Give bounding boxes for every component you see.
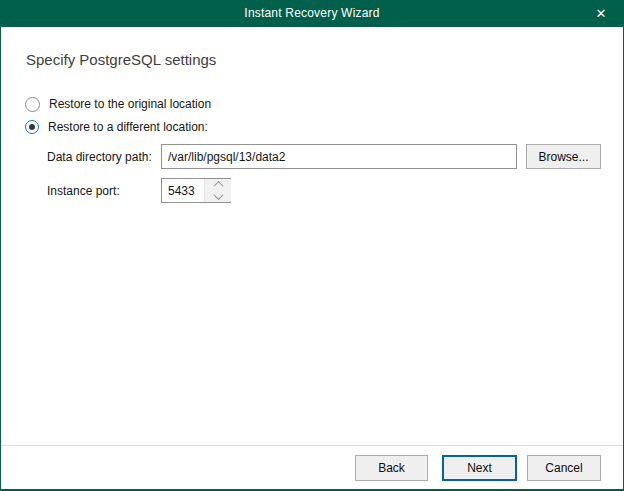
titlebar[interactable]: Instant Recovery Wizard ✕ (0, 0, 624, 27)
back-button[interactable]: Back (355, 455, 428, 481)
radio-option-original-location[interactable]: Restore to the original location (25, 96, 211, 112)
cancel-button[interactable]: Cancel (527, 455, 601, 481)
browse-button[interactable]: Browse... (526, 144, 601, 169)
instant-recovery-wizard-window: Instant Recovery Wizard ✕ Specify Postgr… (0, 0, 624, 491)
window-title: Instant Recovery Wizard (0, 0, 624, 27)
radio-selected-icon[interactable] (25, 120, 39, 134)
close-icon[interactable]: ✕ (584, 0, 618, 27)
next-button[interactable]: Next (442, 455, 517, 481)
radio-unselected-icon[interactable] (25, 97, 40, 112)
spin-down-button[interactable] (205, 191, 231, 203)
instance-port-input[interactable] (162, 179, 204, 202)
page-title: Specify PostgreSQL settings (26, 51, 216, 68)
footer-divider (1, 445, 623, 446)
radio-option-different-location[interactable]: Restore to a different location: (25, 119, 208, 135)
radio-dot (29, 124, 35, 130)
radio-option-label[interactable]: Restore to a different location: (48, 120, 208, 134)
instance-port-stepper (161, 178, 231, 203)
data-directory-label: Data directory path: (47, 150, 152, 164)
spin-buttons (204, 179, 231, 202)
radio-option-label[interactable]: Restore to the original location (49, 97, 211, 111)
data-directory-input[interactable] (161, 144, 517, 169)
chevron-down-icon (213, 190, 223, 200)
instance-port-label: Instance port: (47, 184, 120, 198)
